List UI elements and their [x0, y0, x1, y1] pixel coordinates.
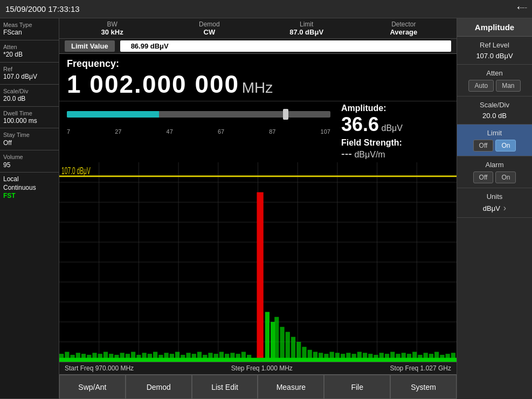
alarm-section-name: Alarm — [460, 161, 529, 169]
stay-time-cell: Stay Time Off — [0, 128, 59, 150]
svg-rect-89 — [257, 192, 263, 362]
units-arrow: › — [503, 203, 506, 213]
freq-label: Frequency: — [67, 58, 119, 69]
slider-section: 7 27 47 67 87 107 — [67, 104, 330, 135]
svg-rect-92 — [59, 358, 457, 362]
volume-cell: Volume 95 — [0, 150, 59, 173]
stop-freq: Stop Freq 1.027 GHz — [390, 364, 451, 372]
mode-cell: Local Continuous FST — [0, 173, 59, 399]
slider-track — [67, 111, 330, 118]
datetime: 15/09/2000 17:33:13 — [5, 4, 80, 13]
alarm-btn-row: Off On — [460, 171, 529, 183]
units-section-name: Units — [460, 192, 529, 201]
mode-tag: FST — [3, 192, 56, 201]
atten-cell: Atten *20 dB — [0, 40, 59, 63]
stay-time-label: Stay Time — [3, 131, 56, 139]
btn-demod[interactable]: Demod — [126, 375, 192, 399]
atten-value: *20 dB — [3, 51, 56, 59]
atten-label: Atten — [3, 43, 56, 51]
limit-section: Limit Off On — [457, 125, 532, 156]
units-value: dBμV — [483, 204, 500, 212]
left-panel: Meas Type FScan Atten *20 dB Ref 107.0 d… — [0, 18, 59, 399]
units-section: Units dBμV › — [457, 188, 532, 218]
amp-unit: dBμV — [382, 123, 403, 133]
alarm-off-btn[interactable]: Off — [473, 171, 494, 183]
scale-div-value: 20.0 dB — [3, 95, 56, 104]
slider-label-47: 47 — [167, 128, 173, 135]
dwell-time-cell: Dwell Time 100.000 ms — [0, 107, 59, 129]
alarm-on-btn[interactable]: On — [495, 171, 516, 183]
slider-fill — [67, 111, 159, 118]
svg-rect-57 — [280, 327, 284, 362]
bottom-buttons: Swp/Ant Demod List Edit Measure File Sys… — [59, 374, 457, 399]
info-detector: Detector Average — [356, 20, 451, 36]
right-panel-title: Amplitude — [457, 18, 532, 37]
slider-labels: 7 27 47 67 87 107 — [67, 128, 330, 135]
info-demod-label: Demod — [162, 20, 257, 28]
info-demod-value: CW — [162, 28, 257, 36]
svg-rect-58 — [286, 332, 290, 362]
btn-list-edit[interactable]: List Edit — [192, 375, 258, 399]
freq-display: Frequency: 1 002.000 000 MHz — [59, 54, 457, 101]
freq-footer: Start Freq 970.000 MHz Step Freq 1.000 M… — [59, 362, 457, 374]
info-detector-label: Detector — [356, 20, 451, 28]
svg-rect-56 — [274, 317, 279, 362]
slider-label-7: 7 — [67, 128, 70, 135]
freq-value: 1 002.000 000 — [67, 70, 239, 98]
info-bw: BW 30 kHz — [65, 20, 160, 36]
info-detector-value: Average — [356, 28, 451, 36]
atten-btn-row: Auto Man — [460, 80, 529, 92]
top-bar: 15/09/2000 17:33:13 ⬸ — [0, 0, 532, 18]
scale-div-cell: Scale/Div 20.0 dB — [0, 85, 59, 107]
limit-btn-row: Off On — [460, 140, 529, 152]
ref-level-section: Ref Level 107.0 dBμV — [457, 37, 532, 65]
btn-file[interactable]: File — [324, 375, 390, 399]
ref-cell: Ref 107.0 dBμV — [0, 63, 59, 85]
amp-label: Amplitude: — [341, 104, 449, 113]
limit-off-btn[interactable]: Off — [473, 140, 494, 152]
limit-bar-value: 86.99 dBμV — [120, 40, 451, 52]
slider-label-67: 67 — [218, 128, 224, 135]
plugin-icon: ⬸ — [517, 3, 527, 15]
slider-thumb[interactable] — [283, 109, 288, 120]
stay-time-value: Off — [3, 139, 56, 148]
btn-system[interactable]: System — [390, 375, 457, 399]
scale-div-section-value: 20.0 dB — [460, 112, 529, 120]
info-demod: Demod CW — [162, 20, 257, 36]
mode-label: Local — [3, 175, 56, 184]
center-panel: BW 30 kHz Demod CW Limit 87.0 dBμV Detec… — [59, 18, 457, 399]
meas-type-label: Meas Type — [3, 21, 56, 29]
info-limit-label: Limit — [259, 20, 354, 28]
info-limit: Limit 87.0 dBμV — [259, 20, 354, 36]
limit-on-btn[interactable]: On — [495, 140, 516, 152]
mode-value: Continuous — [3, 184, 56, 192]
slider-label-107: 107 — [321, 128, 330, 135]
limit-bar-label: Limit Value — [65, 40, 115, 52]
fs-value: --- — [341, 148, 352, 160]
alarm-section: Alarm Off On — [457, 156, 532, 188]
atten-man-btn[interactable]: Man — [496, 80, 520, 92]
atten-auto-btn[interactable]: Auto — [468, 80, 494, 92]
scale-div-section: Scale/Div 20.0 dB — [457, 97, 532, 125]
spectrum-area: 107.0 dBμV — [59, 162, 457, 362]
btn-measure[interactable]: Measure — [258, 375, 324, 399]
fs-label: Field Strength: — [341, 138, 449, 148]
slider-container[interactable] — [67, 104, 330, 125]
ref-level-value: 107.0 dBμV — [460, 52, 529, 60]
freq-unit: MHz — [242, 79, 273, 96]
btn-swp-ant[interactable]: Swp/Ant — [59, 375, 126, 399]
dwell-time-value: 100.000 ms — [3, 117, 56, 126]
info-bw-label: BW — [65, 20, 160, 28]
ref-label: Ref — [3, 65, 56, 73]
meas-type-value: FScan — [3, 29, 56, 37]
atten-section-name: Atten — [460, 69, 529, 77]
slider-label-27: 27 — [115, 128, 121, 135]
right-panel: Amplitude Ref Level 107.0 dBμV Atten Aut… — [457, 18, 532, 399]
scale-div-section-name: Scale/Div — [460, 101, 529, 109]
info-bar: BW 30 kHz Demod CW Limit 87.0 dBμV Detec… — [59, 18, 457, 39]
slider-label-87: 87 — [269, 128, 275, 135]
ref-value: 107.0 dBμV — [3, 73, 56, 81]
svg-rect-91 — [271, 322, 275, 362]
amp-area: 7 27 47 67 87 107 Amplitude: 36.6 dBμV F… — [59, 101, 457, 162]
amp-readout: Amplitude: 36.6 dBμV Field Strength: ---… — [341, 104, 449, 160]
